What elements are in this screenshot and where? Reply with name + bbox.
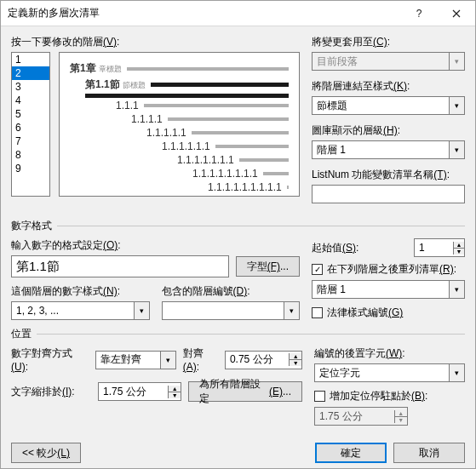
text-indent-spinner[interactable]: ▲▼ — [98, 382, 181, 401]
enter-format-label: 輸入數字的格式設定(O): — [11, 238, 300, 253]
level-item[interactable]: 2 — [12, 66, 49, 80]
start-at-label: 起始值(S): — [312, 241, 409, 255]
level-item[interactable]: 5 — [12, 107, 49, 121]
less-button[interactable]: << 較少(L) — [11, 443, 81, 463]
restart-after-combo[interactable]: 階層 1▾ — [312, 280, 465, 299]
number-format-group: 數字格式 — [11, 219, 52, 233]
position-group: 位置 — [11, 327, 32, 341]
gallery-level-label: 圖庫顯示的層級(H): — [312, 123, 465, 138]
chevron-down-icon: ▾ — [134, 302, 149, 319]
chevron-down-icon: ▾ — [160, 352, 175, 369]
number-format-input[interactable] — [11, 255, 229, 277]
include-level-combo[interactable]: ▾ — [162, 301, 301, 320]
level-item[interactable]: 6 — [12, 121, 49, 134]
spin-down-icon: ▼ — [395, 417, 407, 423]
aligned-at-spinner[interactable]: ▲▼ — [225, 351, 302, 369]
checkbox-icon — [314, 391, 325, 402]
restart-after-checkbox[interactable]: ✓ 在下列階層之後重列清單(R): — [312, 262, 465, 277]
level-item[interactable]: 9 — [12, 162, 49, 175]
number-style-combo[interactable]: 1, 2, 3, ...▾ — [11, 301, 150, 320]
legal-style-checkbox[interactable]: 法律樣式編號(G) — [312, 306, 465, 320]
level-item[interactable]: 8 — [12, 148, 49, 162]
chevron-down-icon: ▾ — [449, 97, 464, 114]
listnum-label: ListNum 功能變數清單名稱(T): — [312, 168, 465, 182]
add-tab-stop-checkbox[interactable]: 增加定位停駐點於(B): — [314, 389, 465, 403]
set-all-levels-button[interactable]: 為所有階層設定(E)... — [188, 381, 302, 402]
preview-pane: 第1章 章標題 第1.1節 節標題 1.1.1 1.1.1.1 1.1.1.1.… — [59, 52, 300, 197]
number-alignment-combo[interactable]: 靠左對齊▾ — [95, 351, 176, 369]
chevron-down-icon: ▾ — [449, 281, 464, 298]
number-alignment-label: 數字對齊方式(U): — [11, 346, 89, 373]
number-style-label: 這個階層的數字樣式(N): — [11, 284, 150, 299]
level-item[interactable]: 1 — [12, 53, 49, 66]
chevron-down-icon: ▾ — [449, 53, 464, 70]
apply-to-combo[interactable]: 目前段落▾ — [312, 52, 465, 71]
help-button[interactable]: ? — [400, 1, 438, 26]
chevron-down-icon: ▾ — [449, 141, 464, 158]
cancel-button[interactable]: 取消 — [393, 443, 465, 463]
link-style-label: 將階層連結至樣式(K): — [312, 79, 465, 94]
chevron-down-icon: ▾ — [284, 302, 299, 319]
include-level-label: 包含的階層編號(D): — [162, 284, 301, 299]
start-at-spinner[interactable]: ▲▼ — [414, 238, 465, 257]
level-listbox[interactable]: 1 2 3 4 5 6 7 8 9 — [11, 52, 50, 197]
dialog-root: 定義新的多層次清單 ? 按一下要修改的階層(V): 1 2 3 4 5 — [0, 0, 476, 469]
spin-up-icon[interactable]: ▲ — [454, 242, 464, 249]
spin-down-icon[interactable]: ▼ — [169, 392, 181, 398]
spin-down-icon[interactable]: ▼ — [454, 249, 464, 255]
text-indent-label: 文字縮排於(I): — [11, 385, 91, 399]
checkbox-icon: ✓ — [312, 264, 323, 275]
gallery-level-combo[interactable]: 階層 1▾ — [312, 140, 465, 159]
dialog-title: 定義新的多層次清單 — [8, 6, 400, 20]
level-to-modify-label: 按一下要修改的階層(V): — [11, 35, 300, 49]
checkbox-icon — [312, 307, 323, 318]
close-icon — [452, 9, 461, 18]
spin-up-icon: ▲ — [395, 410, 407, 417]
close-button[interactable] — [438, 1, 475, 26]
titlebar: 定義新的多層次清單 ? — [1, 1, 475, 26]
follow-number-label: 編號的後置字元(W): — [314, 346, 465, 361]
chevron-down-icon: ▾ — [449, 364, 464, 381]
spin-up-icon[interactable]: ▲ — [169, 386, 181, 392]
spin-down-icon[interactable]: ▼ — [290, 360, 301, 366]
apply-to-label: 將變更套用至(C): — [312, 35, 465, 49]
aligned-at-label: 對齊(A): — [183, 346, 218, 373]
font-button[interactable]: 字型(F)... — [236, 256, 300, 277]
ok-button[interactable]: 確定 — [315, 443, 387, 463]
level-item[interactable]: 7 — [12, 134, 49, 148]
level-item[interactable]: 4 — [12, 94, 49, 107]
spin-up-icon[interactable]: ▲ — [290, 353, 301, 360]
level-item[interactable]: 3 — [12, 80, 49, 94]
follow-number-combo[interactable]: 定位字元▾ — [314, 363, 465, 382]
tab-stop-spinner: ▲▼ — [314, 407, 408, 426]
link-style-combo[interactable]: 節標題▾ — [312, 96, 465, 115]
listnum-input[interactable] — [312, 185, 465, 203]
